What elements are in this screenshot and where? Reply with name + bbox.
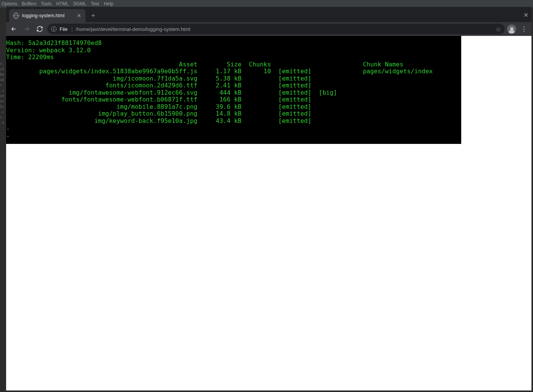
globe-icon bbox=[13, 13, 19, 19]
browser-tab[interactable]: logging-system.html ✕ bbox=[9, 9, 86, 22]
close-tab-button[interactable]: ✕ bbox=[76, 13, 82, 18]
back-button[interactable] bbox=[8, 24, 19, 34]
arrow-left-icon bbox=[10, 26, 17, 32]
kebab-dot-icon bbox=[523, 26, 525, 27]
reload-icon bbox=[36, 26, 43, 32]
profile-avatar[interactable] bbox=[507, 24, 516, 34]
browser-menu-button[interactable] bbox=[518, 24, 529, 34]
background-editor-gutter: n:ch0makr.cakocSc.ci.o bbox=[0, 8, 6, 392]
bg-menu-item: SGML bbox=[73, 1, 86, 6]
bg-menu-item: HTML bbox=[56, 1, 69, 6]
new-tab-button[interactable]: + bbox=[88, 10, 99, 21]
bg-menu-item: Tools bbox=[41, 1, 52, 6]
reload-button[interactable] bbox=[34, 24, 45, 34]
bg-menu-item: Options bbox=[2, 1, 17, 6]
close-window-button[interactable]: ✕ bbox=[523, 11, 528, 19]
tab-strip: logging-system.html ✕ + ✕ bbox=[6, 7, 531, 22]
url-divider: | bbox=[71, 26, 73, 32]
kebab-dot-icon bbox=[523, 31, 525, 32]
bg-menu-item: Help bbox=[104, 1, 113, 6]
terminal-output: Hash: 5a2a3d23f88174970ed8 Version: webp… bbox=[6, 36, 461, 144]
background-editor-menubar: Options Buffers Tools HTML SGML Text Hel… bbox=[0, 0, 533, 8]
info-icon[interactable]: i bbox=[51, 26, 57, 32]
bg-menu-item: Text bbox=[91, 1, 99, 6]
url-scheme: File bbox=[60, 26, 68, 32]
page-content: Hash: 5a2a3d23f88174970ed8 Version: webp… bbox=[6, 36, 531, 390]
bg-menu-item: Buffers bbox=[22, 1, 36, 6]
browser-toolbar: i File | /home/javi/devel/terminal-demo/… bbox=[6, 22, 531, 36]
arrow-right-icon bbox=[23, 26, 30, 32]
tab-title: logging-system.html bbox=[22, 13, 65, 18]
bookmark-button[interactable]: ☆ bbox=[496, 26, 501, 33]
forward-button[interactable] bbox=[21, 24, 32, 34]
address-bar[interactable]: i File | /home/javi/devel/terminal-demo/… bbox=[47, 24, 505, 34]
browser-window: logging-system.html ✕ + ✕ i File | /home… bbox=[6, 7, 531, 390]
kebab-dot-icon bbox=[523, 29, 525, 30]
url-path: /home/javi/devel/terminal-demo/logging-s… bbox=[76, 26, 190, 32]
